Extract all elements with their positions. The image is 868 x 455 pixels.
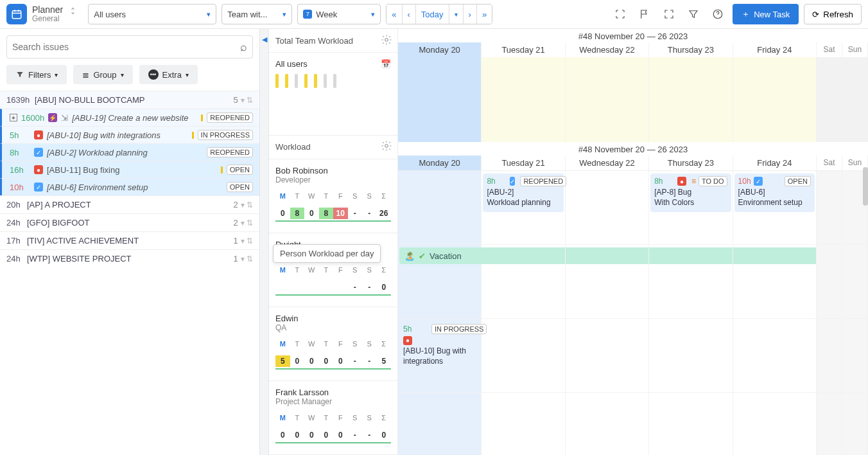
- day-header[interactable]: Monday 20: [398, 42, 482, 57]
- filter-icon[interactable]: [684, 4, 703, 24]
- person-block[interactable]: EdwinQAMTWTFSSΣ50000--5: [269, 307, 397, 381]
- period-filter[interactable]: 7 Week ▾: [297, 4, 381, 24]
- issue-group[interactable]: 1639h [ABU] NO-BULL BOOTCAMP 5 ▾ ⇅: [0, 91, 259, 109]
- issue-group[interactable]: 20h [AP] A PROJECT 2 ▾ ⇅: [0, 195, 259, 213]
- flag-icon[interactable]: [635, 4, 654, 24]
- group-name: [ABU] NO-BULL BOOTCAMP: [35, 95, 233, 105]
- new-task-label: New Task: [754, 10, 790, 19]
- scrollbar[interactable]: [863, 167, 868, 206]
- caret-down-icon: ▾: [207, 10, 211, 19]
- scan-icon[interactable]: [611, 4, 630, 24]
- group-button[interactable]: ≣ Group ▾: [73, 65, 132, 84]
- search-input[interactable]: [12, 42, 240, 52]
- date-nav: « ‹ Today ▾ › »: [386, 4, 492, 24]
- filters-button[interactable]: Filters ▾: [6, 65, 67, 84]
- issue-group[interactable]: 24h [GFO] BIGFOOT 2 ▾ ⇅: [0, 213, 259, 231]
- person-block[interactable]: Bob RobinsonDeveloperMTWTFSSΣ080810--26: [269, 159, 397, 233]
- issue-row[interactable]: 8h ✓ [ABU-2] Workload planning REOPENED: [0, 143, 259, 161]
- expand-icon[interactable]: +: [10, 114, 17, 121]
- nav-first-button[interactable]: «: [386, 4, 402, 24]
- nav-today-button[interactable]: Today: [416, 4, 449, 24]
- team-filter-label: Team wit...: [227, 10, 267, 19]
- search-icon: ⌕: [240, 40, 247, 54]
- expand-icon[interactable]: [659, 4, 679, 24]
- group-count: 2: [233, 218, 238, 228]
- group-name: [TIV] ACTIVE ACHIEVEMENT: [27, 236, 233, 245]
- day-header[interactable]: Thursday 23: [649, 156, 733, 170]
- person-name: Frank Larsson: [275, 388, 391, 397]
- issue-row[interactable]: 10h ✓ [ABU-6] Environment setup OPEN: [0, 178, 259, 195]
- svg-point-5: [385, 38, 388, 41]
- issue-group[interactable]: 17h [TIV] ACTIVE ACHIEVEMENT 1 ▾ ⇅: [0, 231, 259, 249]
- day-header[interactable]: Friday 24: [733, 156, 817, 170]
- calendar-day-headers: Monday 20 Tuesday 21 Wednesday 22 Thursd…: [398, 42, 868, 57]
- issue-status: REOPENED: [207, 112, 253, 123]
- issue-status: OPEN: [227, 165, 253, 175]
- type-icon: ✓: [754, 177, 763, 186]
- priority-highest-icon: ≡: [691, 177, 696, 186]
- nav-last-button[interactable]: »: [477, 4, 492, 24]
- issue-name: [ABU-19] Create a new website: [72, 113, 197, 123]
- calendar-icon: 7: [303, 10, 312, 19]
- layers-icon: ≣: [82, 70, 89, 80]
- refresh-button[interactable]: ⟳ Refresh: [804, 4, 862, 24]
- calendar-clock-icon[interactable]: 📅: [381, 59, 391, 69]
- nav-today-dropdown[interactable]: ▾: [449, 4, 464, 24]
- collapse-handle[interactable]: ◀: [260, 29, 269, 455]
- priority-icon: [201, 114, 203, 121]
- day-header[interactable]: Monday 20: [398, 156, 482, 170]
- task-card[interactable]: 8h ✓ REOPENED [ABU-2] Workload planning: [483, 174, 563, 212]
- extra-button[interactable]: ••• Extra ▾: [139, 65, 198, 84]
- group-hours: 1639h: [6, 95, 35, 105]
- type-icon: ●: [677, 177, 686, 186]
- filters-label: Filters: [28, 70, 51, 80]
- issue-status: REOPENED: [207, 147, 253, 157]
- day-header[interactable]: Wednesday 22: [566, 156, 649, 170]
- group-actions[interactable]: ▾ ⇅: [241, 96, 253, 105]
- sidebar: ⌕ Filters ▾ ≣ Group ▾ ••• Extra ▾: [0, 29, 260, 455]
- day-header[interactable]: Sat: [817, 156, 842, 170]
- issue-name: [ABU-10] Bug with integrations: [47, 130, 188, 140]
- app-title-block[interactable]: Planner General: [32, 5, 63, 24]
- group-name: [AP] A PROJECT: [27, 200, 233, 210]
- nav-prev-button[interactable]: ‹: [403, 4, 416, 24]
- day-header[interactable]: Sun: [842, 42, 868, 57]
- issue-hours: 8h: [10, 148, 30, 157]
- help-icon[interactable]: [708, 4, 727, 24]
- gear-icon[interactable]: [381, 140, 392, 154]
- issue-row[interactable]: + 1600h ⚡ ⇲ [ABU-19] Create a new websit…: [0, 109, 259, 126]
- svg-point-6: [385, 145, 388, 148]
- task-card[interactable]: 5h IN PROGRESS ● [ABU-10] Bug with integ…: [399, 321, 480, 368]
- search-input-wrap[interactable]: ⌕: [6, 35, 253, 58]
- issue-row[interactable]: 16h ● [ABU-11] Bug fixing OPEN: [0, 161, 259, 178]
- caret-down-icon: ▾: [371, 10, 375, 19]
- issue-row[interactable]: 5h ● [ABU-10] Bug with integrations IN P…: [0, 126, 259, 143]
- group-actions[interactable]: ▾ ⇅: [241, 201, 253, 210]
- app-logo: [6, 4, 27, 24]
- task-card[interactable]: 8h ● ≡ TO DO [AP-8] Bug With Colors: [650, 174, 731, 212]
- person-block[interactable]: Frank LarssonProject ManagerMTWTFSSΣ0000…: [269, 381, 397, 455]
- issue-group[interactable]: 24h [WTP] WEBSITE PROJECT 1 ▾ ⇅: [0, 249, 259, 267]
- team-filter[interactable]: Team wit... ▾: [221, 4, 292, 24]
- day-header[interactable]: Wednesday 22: [566, 42, 649, 57]
- right-pane: ◀ Total Team Workload All users 📅 Worklo…: [260, 29, 868, 455]
- app-switcher-chevron[interactable]: ˄˅: [71, 10, 75, 19]
- new-task-button[interactable]: ＋ New Task: [733, 4, 799, 24]
- users-filter[interactable]: All users ▾: [88, 4, 216, 24]
- day-header[interactable]: Tuesday 21: [482, 42, 565, 57]
- gear-icon[interactable]: [381, 34, 392, 48]
- group-actions[interactable]: ▾ ⇅: [241, 236, 253, 245]
- tree-icon: ⇲: [61, 113, 68, 123]
- day-header[interactable]: Thursday 23: [649, 42, 733, 57]
- task-card[interactable]: 10h ✓ OPEN [ABU-6] Environment setup: [734, 174, 815, 212]
- caret-down-icon: ▾: [121, 71, 124, 78]
- day-header[interactable]: Tuesday 21: [482, 156, 565, 170]
- issue-name: [ABU-2] Workload planning: [47, 148, 203, 157]
- nav-next-button[interactable]: ›: [464, 4, 477, 24]
- group-actions[interactable]: ▾ ⇅: [241, 219, 253, 228]
- group-count: 1: [233, 236, 238, 245]
- day-header[interactable]: Sat: [817, 42, 842, 57]
- type-icon: ✓: [34, 148, 43, 157]
- group-actions[interactable]: ▾ ⇅: [241, 254, 253, 263]
- day-header[interactable]: Friday 24: [733, 42, 817, 57]
